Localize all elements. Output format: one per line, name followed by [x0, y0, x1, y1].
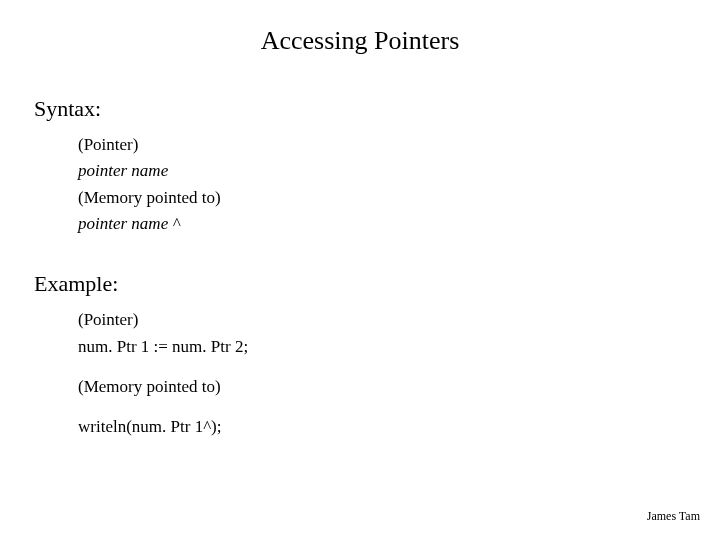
example-block: (Pointer) num. Ptr 1 := num. Ptr 2; (Mem… [78, 307, 686, 440]
example-pointer-label: (Pointer) [78, 307, 686, 333]
syntax-memory-name: pointer name ^ [78, 211, 686, 237]
slide: Accessing Pointers Syntax: (Pointer) poi… [0, 0, 720, 540]
syntax-pointer-name: pointer name [78, 158, 686, 184]
syntax-section: Syntax: (Pointer) pointer name (Memory p… [34, 96, 686, 237]
example-memory-code: writeln(num. Ptr 1^); [78, 414, 686, 440]
footer-author: James Tam [647, 509, 700, 524]
page-title: Accessing Pointers [34, 26, 686, 56]
example-section: Example: (Pointer) num. Ptr 1 := num. Pt… [34, 271, 686, 440]
syntax-memory-label: (Memory pointed to) [78, 185, 686, 211]
example-pointer-code: num. Ptr 1 := num. Ptr 2; [78, 334, 686, 360]
example-heading: Example: [34, 271, 686, 297]
syntax-heading: Syntax: [34, 96, 686, 122]
syntax-block: (Pointer) pointer name (Memory pointed t… [78, 132, 686, 237]
syntax-pointer-label: (Pointer) [78, 132, 686, 158]
example-memory-label: (Memory pointed to) [78, 374, 686, 400]
